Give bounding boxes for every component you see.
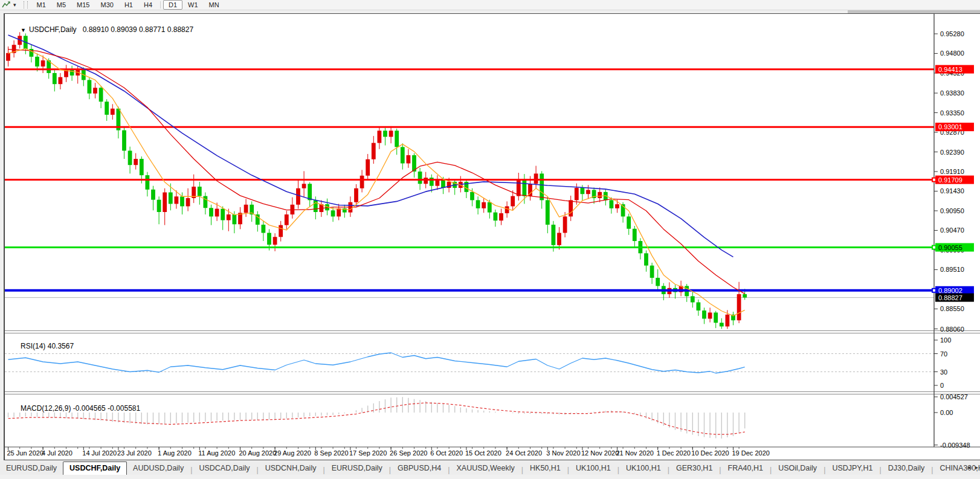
- chart-symbol-period: USDCHF,Daily: [29, 25, 77, 34]
- date-axis-label: 17 Sep 2020: [349, 449, 387, 457]
- timeframe-button-w1[interactable]: W1: [182, 0, 204, 10]
- horizontal-level-lines[interactable]: [5, 69, 934, 291]
- macd-axis-label: -0.009348: [940, 442, 970, 449]
- macd-values: -0.004565 -0.005581: [73, 404, 140, 413]
- chart-title: ▼USDCHF,Daily0.88910 0.89039 0.88771 0.8…: [8, 17, 193, 42]
- chart-tab-usdchf-daily[interactable]: USDCHF,Daily: [63, 461, 127, 475]
- price-axis-label: 0.93350: [940, 109, 964, 117]
- rsi-axis-label: 100: [940, 336, 951, 344]
- price-axis[interactable]: 0.952800.948000.943200.938300.933500.928…: [934, 30, 970, 449]
- date-axis-label: 1 Dec 2020: [657, 449, 691, 457]
- ma-mid-red: [8, 50, 745, 294]
- chart-tab-eurusd-daily[interactable]: EURUSD,Daily: [0, 462, 63, 475]
- timeframe-button-mn[interactable]: MN: [204, 0, 225, 10]
- chart-tab-gbpusd-h4[interactable]: GBPUSD,H4: [392, 462, 447, 475]
- toolbar-grip-handle[interactable]: [24, 1, 28, 8]
- date-axis-label: 6 Oct 2020: [430, 449, 463, 457]
- chart-title-marker-icon: ▼: [21, 27, 26, 33]
- date-axis-label: 14 Jul 2020: [82, 449, 117, 457]
- chart-tab-hk50-h1[interactable]: HK50,H1: [524, 462, 567, 475]
- price-axis-label: 0.93830: [940, 89, 964, 97]
- price-axis-label: 0.89510: [940, 266, 964, 273]
- indicator-zigzag-icon[interactable]: [1, 1, 12, 9]
- svg-text:0.91709: 0.91709: [938, 176, 962, 184]
- rsi-axis-label: 0: [940, 382, 944, 389]
- macd-indicator-label: MACD(12,26,9) -0.004565 -0.005581: [8, 396, 140, 421]
- date-axis-label: 24 Oct 2020: [506, 449, 542, 457]
- date-axis-label: 23 Jul 2020: [117, 449, 152, 457]
- chart-tab-xauusd-weekly[interactable]: XAUUSD,Weekly: [450, 462, 520, 475]
- svg-text:0.94413: 0.94413: [938, 66, 962, 73]
- price-axis-label: 0.91430: [940, 187, 964, 194]
- trading-app-window: ▾ M1M5M15M30H1H4D1W1MN 0.952800.948000.9…: [0, 0, 980, 479]
- chart-tab-uk100-h1[interactable]: UK100,H1: [570, 462, 617, 475]
- price-chart-canvas[interactable]: 0.952800.948000.943200.938300.933500.928…: [5, 14, 980, 461]
- chart-tab-bar: EURUSD,DailyUSDCHF,DailyAUDUSD,Daily|USD…: [0, 461, 980, 475]
- timeframe-button-d1[interactable]: D1: [163, 0, 182, 10]
- date-axis-label: 11 Aug 2020: [198, 449, 235, 457]
- price-axis-label: 0.88550: [940, 305, 964, 312]
- rsi-axis-label: 30: [940, 368, 947, 376]
- chart-tab-usdcad-daily[interactable]: USDCAD,Daily: [193, 462, 256, 475]
- price-axis-label: 0.95280: [940, 30, 964, 37]
- chart-tab-usdcnh-daily[interactable]: USDCNH,Daily: [259, 462, 323, 475]
- price-axis-label: 0.90950: [940, 207, 964, 214]
- toolbar-dropdown-caret-icon[interactable]: ▾: [13, 2, 16, 8]
- rsi-value: 40.3567: [48, 342, 74, 350]
- date-axis[interactable]: 25 Jun 20204 Jul 202014 Jul 202023 Jul 2…: [7, 447, 770, 457]
- tab-scroll-arrows: ◂ ▸: [967, 464, 978, 471]
- date-axis-label: 12 Nov 2020: [581, 449, 619, 457]
- price-axis-label: 0.91910: [940, 168, 964, 175]
- timeframe-buttons: M1M5M15M30H1H4D1W1MN: [31, 0, 225, 10]
- timeframe-button-h1[interactable]: H1: [119, 0, 138, 10]
- timeframe-button-m30[interactable]: M30: [95, 0, 119, 10]
- price-axis-label: 0.92390: [940, 149, 964, 156]
- timeframe-button-m15[interactable]: M15: [71, 0, 95, 10]
- chart-tab-eurusd-daily[interactable]: EURUSD,Daily: [326, 462, 388, 475]
- tab-scroll-right-icon[interactable]: ▸: [975, 464, 978, 471]
- date-axis-label: 1 Aug 2020: [158, 449, 192, 457]
- chart-tab-uk100-h1[interactable]: UK100,H1: [620, 462, 667, 475]
- rsi-axis-label: 70: [940, 350, 947, 358]
- chart-tab-usdjpy-h1[interactable]: USDJPY,H1: [826, 462, 878, 475]
- macd-axis-label: 0.004527: [940, 393, 968, 400]
- ma-slow-blue: [8, 35, 733, 257]
- tab-scroll-left-icon[interactable]: ◂: [967, 464, 970, 471]
- date-axis-label: 25 Jun 2020: [7, 449, 44, 457]
- date-axis-label: 4 Jul 2020: [42, 449, 73, 457]
- svg-text:0.93001: 0.93001: [938, 123, 962, 130]
- date-axis-label: 3 Nov 2020: [546, 449, 580, 457]
- date-axis-label: 26 Sep 2020: [390, 449, 427, 457]
- ma-fast-orange: [8, 48, 745, 316]
- price-axis-label: 0.88060: [940, 326, 964, 333]
- chart-tab-usoil-daily[interactable]: USOil,Daily: [772, 462, 823, 475]
- svg-text:0.89002: 0.89002: [938, 287, 962, 294]
- date-axis-label: 19 Dec 2020: [732, 449, 770, 457]
- timeframe-button-m1[interactable]: M1: [31, 0, 51, 10]
- chart-tab-ger30-h1[interactable]: GER30,H1: [670, 462, 718, 475]
- chart-tab-fra40-h1[interactable]: FRA40,H1: [722, 462, 769, 475]
- chart-tab-dj30-daily[interactable]: DJ30,Daily: [882, 462, 930, 475]
- status-strip: [0, 475, 980, 479]
- chart-ohlc-values: 0.88910 0.89039 0.88771 0.88827: [83, 25, 194, 34]
- timeframe-button-h4[interactable]: H4: [138, 0, 158, 10]
- rsi-pane: [5, 353, 934, 373]
- rsi-indicator-label: RSI(14) 40.3567: [8, 333, 74, 359]
- date-axis-label: 10 Dec 2020: [691, 449, 729, 457]
- chart-tab-audusd-daily[interactable]: AUDUSD,Daily: [127, 462, 190, 475]
- chart-window[interactable]: 0.952800.948000.943200.938300.933500.928…: [4, 13, 980, 460]
- date-axis-label: 21 Nov 2020: [616, 449, 654, 457]
- svg-text:0.90055: 0.90055: [938, 244, 962, 251]
- date-axis-label: 29 Aug 2020: [274, 449, 311, 457]
- macd-axis-label: 0.00: [940, 409, 953, 416]
- timeframe-button-m5[interactable]: M5: [51, 0, 71, 10]
- date-axis-label: 15 Oct 2020: [465, 449, 501, 457]
- svg-text:0.88827: 0.88827: [938, 294, 962, 301]
- price-axis-label: 0.94800: [940, 50, 964, 57]
- date-axis-label: 8 Sep 2020: [314, 449, 348, 457]
- date-axis-label: 20 Aug 2020: [239, 449, 277, 457]
- toolbar-separator: [160, 1, 161, 8]
- price-axis-label: 0.90470: [940, 227, 964, 234]
- timeframe-toolbar: ▾ M1M5M15M30H1H4D1W1MN: [0, 0, 980, 10]
